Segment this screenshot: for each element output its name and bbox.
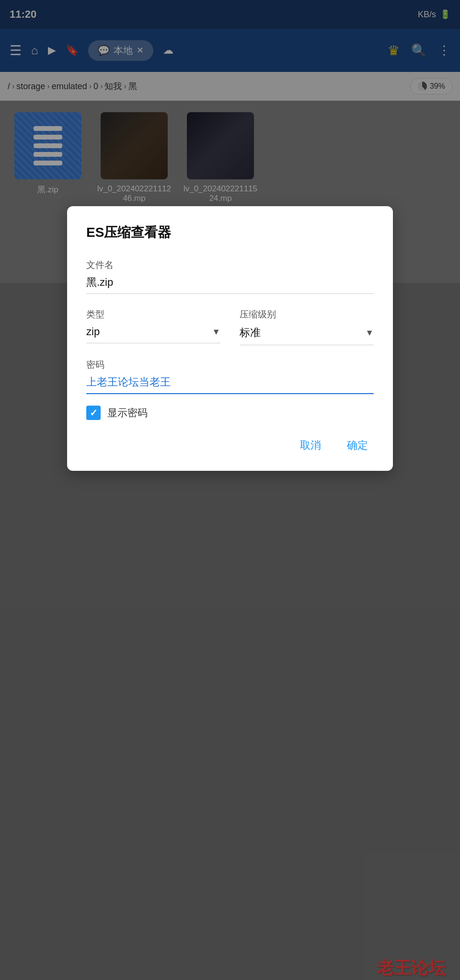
filename-field[interactable]	[86, 276, 374, 294]
compression-value: 标准	[240, 326, 261, 340]
show-password-label: 显示密码	[107, 406, 148, 420]
dialog-actions: 取消 确定	[86, 434, 374, 456]
compression-col: 压缩级别 标准 ▼	[240, 308, 374, 345]
confirm-button[interactable]: 确定	[341, 434, 374, 456]
type-select[interactable]: zip ▼	[86, 326, 220, 343]
dialog-overlay: ES压缩查看器 文件名 类型 zip ▼ 压缩级别 标准 ▼	[0, 0, 460, 980]
checkbox-check-icon: ✓	[90, 407, 98, 419]
filename-input[interactable]	[86, 276, 374, 289]
dialog-title: ES压缩查看器	[86, 223, 374, 242]
type-value: zip	[86, 326, 100, 338]
compression-label: 压缩级别	[240, 308, 374, 321]
type-label: 类型	[86, 308, 220, 321]
compression-dropdown-icon: ▼	[365, 328, 374, 338]
password-label: 密码	[86, 359, 374, 371]
show-password-row[interactable]: ✓ 显示密码	[86, 406, 374, 420]
filename-label: 文件名	[86, 259, 374, 271]
es-archive-dialog: ES压缩查看器 文件名 类型 zip ▼ 压缩级别 标准 ▼	[67, 206, 393, 471]
show-password-checkbox[interactable]: ✓	[86, 406, 101, 420]
type-compression-row: 类型 zip ▼ 压缩级别 标准 ▼	[86, 308, 374, 345]
type-dropdown-icon: ▼	[212, 327, 220, 337]
compression-select[interactable]: 标准 ▼	[240, 326, 374, 345]
cancel-button[interactable]: 取消	[294, 434, 327, 456]
type-col: 类型 zip ▼	[86, 308, 220, 345]
password-input[interactable]	[86, 376, 374, 388]
password-field[interactable]	[86, 376, 374, 394]
